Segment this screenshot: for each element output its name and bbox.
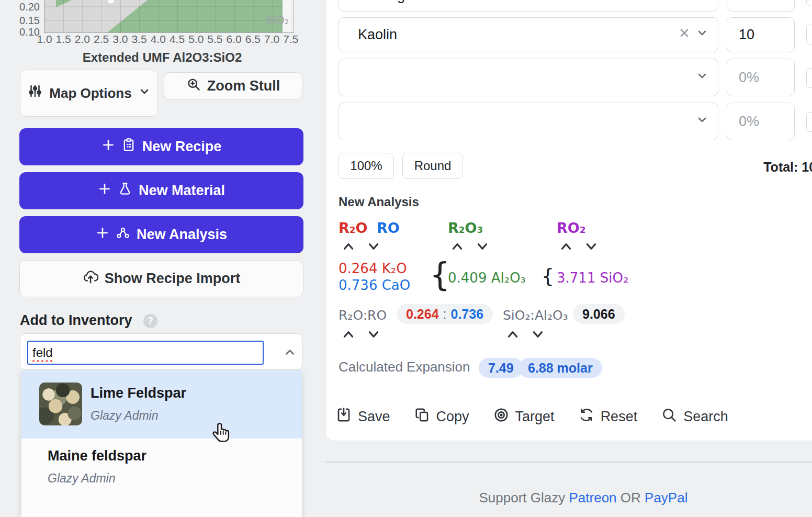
r2o-ro-ratio-label: R₂O:RO (339, 308, 387, 323)
show-recipe-import-label: Show Recipe Import (105, 271, 241, 287)
plus-icon (102, 138, 115, 155)
increment-icon[interactable] (506, 329, 520, 342)
new-material-label: New Material (139, 183, 225, 199)
k2o-value: 0.264 K₂O (339, 261, 407, 276)
subtotal-box-stub (806, 0, 812, 6)
zoom-stull-button[interactable]: Zoom Stull (164, 72, 302, 100)
x-tick-label: 4.5 (168, 33, 187, 46)
new-analysis-label: New Analysis (137, 227, 227, 243)
amount-input-empty[interactable]: 0% (727, 103, 795, 140)
sio2-al2o3-ratio-pill: 9.066 (573, 304, 625, 324)
ratio-left: 0.264 (406, 307, 439, 322)
amount-value: 10 (739, 27, 754, 43)
material-thumbnail (39, 383, 82, 425)
increment-icon[interactable] (342, 241, 355, 254)
chevron-down-icon[interactable] (696, 70, 708, 86)
r2o3-header: R₂O₃ (448, 220, 483, 236)
al2o3-value: 0.409 Al₂O₃ (448, 270, 526, 286)
decrement-icon[interactable] (367, 329, 380, 342)
decrement-icon[interactable] (476, 241, 489, 254)
support-text: Support Glazy (479, 490, 566, 505)
new-analysis-heading: New Analysis (339, 195, 419, 209)
material-select-kaolin[interactable]: Kaolin (339, 17, 718, 52)
target-button[interactable]: Target (493, 407, 555, 426)
new-analysis-button[interactable]: New Analysis (19, 216, 303, 253)
chart-title: Extended UMF Al2O3:SiO2 (0, 50, 324, 65)
inventory-search-combobox[interactable]: feld (20, 333, 302, 370)
map-options-button[interactable]: Map Options (20, 70, 158, 117)
chevron-down-icon[interactable] (696, 27, 708, 43)
copy-icon (414, 407, 430, 426)
chevron-up-icon[interactable] (283, 345, 297, 361)
new-recipe-label: New Recipe (142, 139, 222, 155)
result-item-maine-feldspar[interactable]: Maine feldspar Glazy Admin (21, 439, 302, 517)
target-label: Target (515, 409, 555, 425)
x-tick-label: 2.5 (92, 33, 111, 46)
inventory-search-input[interactable]: feld (27, 341, 264, 365)
normalize-100-button[interactable]: 100% (339, 153, 394, 179)
show-recipe-import-button[interactable]: Show Recipe Import (19, 260, 303, 297)
reset-button[interactable]: Reset (579, 407, 638, 426)
clear-icon[interactable] (678, 27, 691, 43)
chevron-down-icon[interactable] (696, 114, 708, 130)
hand-cursor (210, 422, 232, 448)
x-tick-label: 2.0 (73, 33, 92, 46)
decrement-icon[interactable] (531, 329, 545, 342)
glazy-app-screen: 0.20 0.15 0.10 SiO₂ 1.01.52.02.53.03.54.… (0, 0, 812, 517)
result-item-lime-feldspar[interactable]: Lime Feldspar Glazy Admin (21, 370, 302, 439)
round-button[interactable]: Round (402, 153, 463, 179)
cloud-upload-icon (83, 269, 98, 288)
total-label: Total: 100. (763, 160, 812, 175)
material-select-whiting[interactable]: Whiting (339, 0, 718, 12)
help-icon[interactable]: ? (143, 314, 157, 328)
increment-icon[interactable] (559, 241, 573, 254)
support-footer: Support Glazy Patreon OR PayPal (325, 490, 812, 506)
material-select-empty[interactable] (339, 59, 718, 96)
sio2-region-label: SiO₂ (266, 14, 289, 27)
amount-input-empty[interactable]: 0% (727, 59, 795, 96)
x-tick-label: 1.0 (35, 33, 54, 46)
calculated-expansion-label: Calculated Expansion (339, 359, 470, 375)
cao-value: 0.736 CaO (339, 277, 410, 293)
sliders-icon (27, 83, 43, 103)
new-material-button[interactable]: New Material (19, 172, 303, 209)
decrement-icon[interactable] (584, 241, 598, 254)
sio2-al2o3-ratio-label: SiO₂:Al₂O₃ (503, 308, 568, 323)
clipboard-icon (121, 138, 136, 156)
map-options-label: Map Options (49, 85, 131, 102)
flask-icon (118, 182, 132, 200)
subtotal-box-stub (806, 25, 812, 44)
plus-icon (96, 226, 109, 243)
search-icon (661, 407, 677, 426)
zoom-in-icon (186, 77, 201, 95)
amount-input-kaolin[interactable]: 10 (727, 17, 795, 52)
paypal-link[interactable]: PayPal (645, 490, 687, 505)
y-axis-tick: 0.20 (16, 1, 40, 13)
amount-input-whiting[interactable] (727, 0, 795, 12)
x-tick-label: 6.5 (243, 33, 262, 46)
new-recipe-button[interactable]: New Recipe (19, 128, 303, 165)
stull-chart[interactable]: 0.20 0.15 0.10 SiO₂ 1.01.52.02.53.03.54.… (0, 0, 324, 48)
save-icon (336, 407, 352, 426)
x-tick-label: 6.0 (224, 33, 243, 46)
result-author: Glazy Admin (91, 409, 186, 423)
material-select-empty[interactable] (339, 103, 718, 140)
plus-icon (98, 182, 111, 199)
zoom-stull-label: Zoom Stull (207, 78, 280, 94)
subtotal-box-stub (806, 112, 812, 132)
increment-icon[interactable] (450, 241, 464, 254)
result-name: Maine feldspar (48, 448, 146, 464)
x-tick-label: 7.0 (263, 33, 281, 46)
search-button[interactable]: Search (661, 407, 728, 426)
save-label: Save (358, 409, 390, 425)
amount-placeholder: 0% (739, 70, 759, 86)
copy-button[interactable]: Copy (414, 407, 469, 426)
ro-header: RO (377, 220, 400, 236)
search-input-value: feld (32, 345, 53, 360)
patreon-link[interactable]: Patreon (569, 490, 617, 505)
save-button[interactable]: Save (336, 407, 390, 426)
recipe-action-bar: Save Copy Target (336, 407, 728, 426)
x-tick-label: 4.0 (149, 33, 167, 46)
increment-icon[interactable] (342, 329, 355, 342)
decrement-icon[interactable] (367, 241, 380, 254)
